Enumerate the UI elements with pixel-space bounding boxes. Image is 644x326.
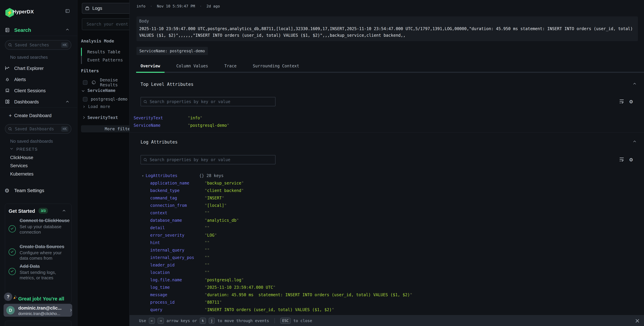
attribute-key[interactable]: backend_type [150,188,205,193]
get-started-item[interactable]: Create Data Sources Configure where your… [20,244,70,261]
attribute-row[interactable]: ServiceName postgresql-demo [130,122,644,129]
collapse-sidebar-icon[interactable] [65,9,70,13]
attribute-row[interactable]: backend_typeclient backend [140,187,644,194]
preset-services[interactable]: Services [10,163,28,168]
attribute-key[interactable]: context [150,211,205,215]
attribute-key[interactable]: connection_from [150,203,205,208]
attribute-row[interactable]: hint [140,239,644,246]
tab-surrounding-context[interactable]: Surrounding Context [248,61,304,73]
attribute-row[interactable]: internal_query [140,246,644,254]
attribute-value[interactable]: 2025-11-10 23:59:47.000 UTC [205,285,276,290]
close-icon[interactable]: × [635,317,640,325]
attribute-key[interactable]: ServiceName [134,123,188,128]
property-search-input[interactable] [140,97,276,106]
sidebar-item-team-settings[interactable]: Team Settings [14,188,44,193]
attribute-key[interactable]: command_tag [150,196,205,200]
attribute-row[interactable]: queryINSERT INTO orders (user_id, total)… [140,306,644,313]
attribute-key[interactable]: internal_query_pos [150,255,205,260]
sidebar-item-chart-explorer[interactable]: Chart Explorer [14,66,44,71]
log-attributes-root-row[interactable]: ▾ LogAttributes {} 28 keys [140,172,644,179]
attribute-value[interactable]: duration: 45.950 ms statement: INSERT IN… [205,292,412,297]
filter-option-label[interactable]: postgresql-demo [91,97,128,102]
attribute-row[interactable]: detail [140,224,644,231]
attribute-value[interactable] [205,263,210,267]
attribute-key[interactable]: application_name [150,181,205,185]
attribute-value[interactable] [205,270,210,275]
attribute-row[interactable]: internal_query_pos [140,254,644,261]
attribute-value[interactable]: INSERT [205,196,224,200]
attribute-row[interactable]: database_nameanalytics_db [140,217,644,224]
mode-results-table[interactable]: Results Table [81,48,130,56]
attribute-value[interactable] [205,255,210,260]
attribute-value[interactable]: client backend [205,188,244,193]
get-started-item[interactable]: Connect to ClickHouse Set up your databa… [20,218,70,235]
attribute-row[interactable]: location [140,269,644,276]
event-search-input[interactable] [82,18,130,30]
sidebar-item-dashboards[interactable]: Dashboards [14,99,39,105]
mode-event-patterns[interactable]: Event Patterns [81,56,130,64]
attribute-value[interactable]: LOG [205,233,217,238]
k-key[interactable]: k [200,318,206,324]
attribute-row[interactable]: log.file.namepostgresql.log [140,276,644,284]
attribute-key[interactable]: LogAttributes [146,173,199,178]
attribute-key[interactable]: database_name [150,218,205,223]
tree-expand-icon[interactable]: ▾ [142,174,146,178]
attribute-value[interactable]: postgresql-demo [188,123,229,128]
sidebar-item-client-sessions[interactable]: Client Sessions [14,88,46,93]
j-key[interactable]: j [209,318,215,324]
attribute-row[interactable]: command_tagINSERT [140,194,644,202]
attribute-value[interactable]: info [188,116,202,120]
property-search-input[interactable] [140,155,276,164]
attribute-value[interactable]: backup_service [205,181,244,185]
attribute-key[interactable]: detail [150,225,205,230]
preset-kubernetes[interactable]: Kubernetes [10,171,34,177]
saved-searches-input[interactable]: ⌘K [5,40,71,50]
attribute-key[interactable]: query [150,307,205,312]
attribute-row[interactable]: application_namebackup_service [140,179,644,187]
attribute-value[interactable] [205,225,210,230]
chevron-up-icon[interactable] [63,210,66,213]
attribute-row[interactable]: messageduration: 45.950 ms statement: IN… [140,291,644,298]
attribute-value[interactable] [205,248,210,252]
attribute-key[interactable]: message [150,292,205,297]
attribute-key[interactable]: location [150,270,205,275]
sidebar-item-alerts[interactable]: Alerts [14,77,26,82]
attribute-value[interactable]: analytics_db [205,218,239,223]
attribute-key[interactable]: log.file.name [150,278,205,282]
attribute-value[interactable]: INSERT INTO orders (user_id, total) VALU… [205,307,334,312]
collapse-section-icon[interactable] [633,141,636,143]
attribute-row[interactable]: error_severityLOG [140,231,644,239]
attribute-value[interactable] [205,211,210,215]
more-filters-button[interactable]: More filters [81,125,130,132]
attribute-row[interactable]: context [140,209,644,217]
attribute-value[interactable]: 88711 [205,300,222,305]
create-dashboard-button[interactable]: Create Dashboard [14,113,52,118]
attribute-key[interactable]: log_time [150,285,205,290]
chevron-up-icon[interactable] [66,101,69,104]
denoise-checkbox[interactable] [83,80,88,85]
wrap-text-icon[interactable] [619,99,624,104]
chevron-up-icon[interactable] [66,29,69,32]
attribute-row[interactable]: log_time2025-11-10 23:59:47.000 UTC [140,284,644,291]
tab-overview[interactable]: Overview [136,61,164,73]
presets-label[interactable]: PRESETS [16,147,38,152]
service-checkbox[interactable] [83,97,88,102]
help-button[interactable]: ? [4,292,13,301]
attribute-value[interactable]: postgresql.log [205,278,244,282]
tab-column-values[interactable]: Column Values [172,61,212,73]
esc-key[interactable]: ESC [280,318,291,324]
attribute-key[interactable]: internal_query [150,248,205,252]
source-selector-button[interactable]: Logs [82,3,130,14]
wrap-text-icon[interactable] [619,157,624,162]
preset-clickhouse[interactable]: ClickHouse [10,155,33,160]
attribute-key[interactable]: SeverityText [134,116,188,120]
service-name-tag[interactable]: ServiceName: postgresql-demo [136,47,208,55]
arrow-left-key[interactable]: ← [149,318,155,324]
gear-icon[interactable]: ⚙ [630,99,633,104]
chevron-down-icon[interactable] [10,147,13,150]
attribute-row[interactable]: connection_from[local] [140,202,644,209]
filter-group-servicename[interactable]: ServiceName [82,88,116,93]
attribute-row[interactable]: SeverityText info [130,114,644,122]
attribute-key[interactable]: hint [150,240,205,245]
attribute-key[interactable]: leader_pid [150,263,205,267]
